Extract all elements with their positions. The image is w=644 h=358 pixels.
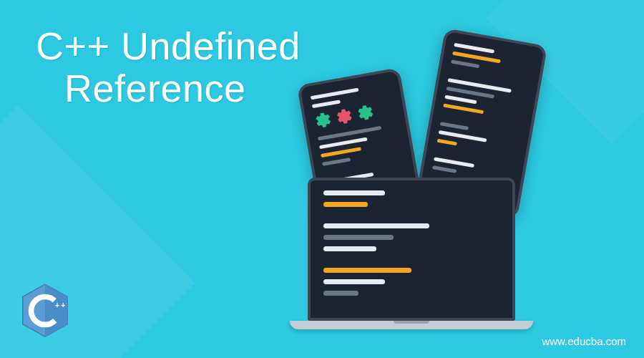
code-line bbox=[323, 268, 411, 273]
code-line bbox=[323, 246, 376, 251]
title-line-2: Reference bbox=[64, 67, 301, 110]
code-line bbox=[312, 100, 341, 108]
code-line bbox=[444, 95, 477, 105]
gear-icon bbox=[334, 107, 354, 127]
code-line bbox=[437, 139, 458, 146]
code-line bbox=[323, 223, 429, 228]
code-line bbox=[454, 43, 494, 54]
main-title: C++ Undefined Reference bbox=[36, 25, 301, 110]
code-line bbox=[451, 59, 479, 68]
title-line-1: C++ Undefined bbox=[36, 25, 301, 67]
code-line bbox=[323, 202, 368, 207]
code-line bbox=[432, 165, 457, 173]
code-line bbox=[323, 235, 394, 240]
laptop-device bbox=[308, 178, 533, 329]
code-line bbox=[323, 279, 385, 284]
code-line bbox=[443, 103, 484, 114]
code-line bbox=[321, 147, 361, 158]
svg-text:+: + bbox=[61, 301, 65, 309]
website-url: www.educba.com bbox=[542, 335, 626, 347]
gear-icon bbox=[356, 102, 376, 122]
gear-icon bbox=[313, 110, 333, 130]
laptop-screen bbox=[308, 178, 515, 321]
laptop-base bbox=[290, 321, 533, 329]
code-line bbox=[323, 291, 358, 296]
svg-text:+: + bbox=[55, 301, 59, 309]
svg-marker-1 bbox=[45, 284, 67, 337]
code-line bbox=[311, 88, 359, 100]
code-line bbox=[322, 158, 351, 166]
cpp-logo-icon: + + bbox=[20, 283, 70, 340]
code-line bbox=[323, 190, 385, 195]
